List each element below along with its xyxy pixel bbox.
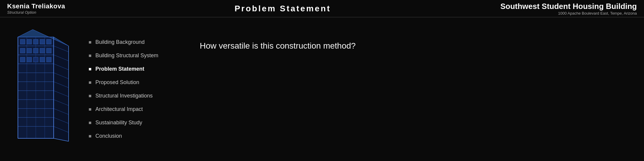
author-name: Ksenia Treliakova	[7, 2, 65, 10]
svg-rect-31	[20, 48, 25, 53]
nav-item-architectural-impact[interactable]: Architectural Impact	[86, 103, 179, 116]
svg-rect-36	[20, 57, 25, 62]
header: Ksenia Treliakova Structural Option Prob…	[0, 0, 644, 17]
svg-rect-30	[47, 39, 51, 44]
nav-item-building-background[interactable]: Building Background	[86, 35, 179, 49]
svg-rect-28	[33, 39, 38, 44]
svg-rect-27	[27, 39, 32, 44]
nav-item-label: Proposed Solution	[95, 79, 139, 86]
navigation-list: Building BackgroundBuilding Structural S…	[80, 17, 182, 161]
building-address: 1000 Apache Boulevard East, Tempe, Arizo…	[500, 11, 637, 16]
svg-rect-40	[47, 57, 51, 62]
nav-bullet	[89, 122, 91, 124]
nav-item-label: Conclusion	[95, 133, 122, 139]
nav-bullet	[89, 41, 91, 44]
sidebar-building-image	[0, 17, 80, 161]
svg-rect-34	[40, 48, 45, 53]
nav-bullet	[89, 108, 91, 111]
page-title: Problem Statement	[235, 4, 331, 13]
nav-bullet	[89, 95, 91, 97]
nav-bullet	[89, 135, 91, 137]
svg-marker-1	[54, 37, 69, 141]
nav-item-problem-statement[interactable]: Problem Statement	[86, 62, 179, 76]
nav-item-label: Problem Statement	[95, 66, 144, 72]
nav-item-sustainability-study[interactable]: Sustainability Study	[86, 116, 179, 129]
building-name: Southwest Student Housing Building	[500, 2, 637, 11]
header-left: Ksenia Treliakova Structural Option	[7, 2, 65, 15]
nav-item-label: Structural Investigations	[95, 93, 153, 99]
nav-item-proposed-solution[interactable]: Proposed Solution	[86, 76, 179, 89]
nav-item-building-structural-system[interactable]: Building Structural System	[86, 49, 179, 62]
nav-item-label: Sustainability Study	[95, 120, 142, 126]
nav-bullet	[89, 81, 91, 84]
header-right: Southwest Student Housing Building 1000 …	[500, 2, 637, 16]
nav-item-structural-investigations[interactable]: Structural Investigations	[86, 89, 179, 103]
nav-bullet	[89, 68, 91, 70]
svg-rect-29	[40, 39, 45, 44]
svg-rect-32	[27, 48, 32, 53]
main-content: Building BackgroundBuilding Structural S…	[0, 17, 644, 161]
nav-item-conclusion[interactable]: Conclusion	[86, 129, 179, 143]
svg-rect-33	[33, 48, 38, 53]
nav-item-label: Architectural Impact	[95, 106, 143, 112]
main-content-area: How versatile is this construction metho…	[182, 17, 644, 161]
svg-rect-38	[33, 57, 38, 62]
content-question: How versatile is this construction metho…	[200, 41, 632, 51]
svg-rect-35	[47, 48, 51, 53]
nav-item-label: Building Background	[95, 39, 145, 45]
svg-rect-37	[27, 57, 32, 62]
building-illustration	[6, 28, 75, 150]
nav-bullet	[89, 55, 91, 57]
author-subtitle: Structural Option	[7, 10, 65, 15]
svg-rect-39	[40, 57, 45, 62]
svg-rect-26	[20, 39, 25, 44]
nav-item-label: Building Structural System	[95, 52, 158, 59]
